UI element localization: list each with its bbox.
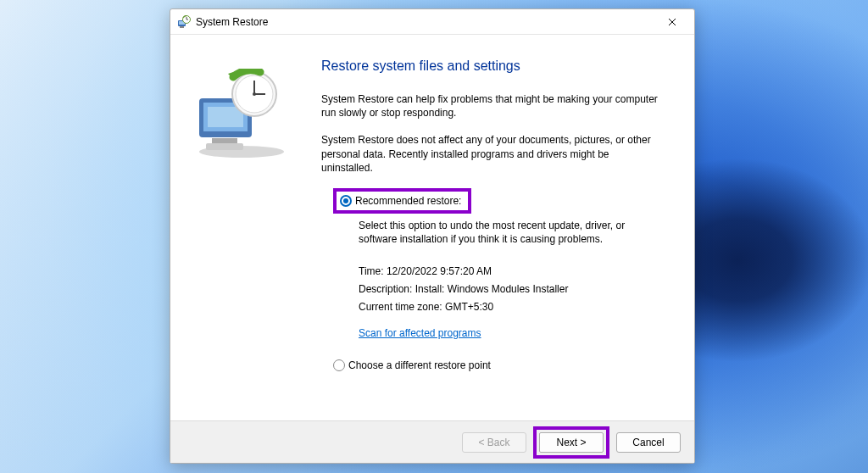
scan-affected-link[interactable]: Scan for affected programs (359, 325, 481, 342)
window-title: System Restore (196, 16, 268, 28)
back-button: < Back (462, 432, 526, 453)
recommended-label[interactable]: Recommended restore: (355, 195, 461, 207)
info-text: System Restore does not affect any of yo… (321, 133, 660, 175)
highlight-recommended: Recommended restore: (333, 188, 471, 214)
highlight-next: Next > (533, 426, 609, 459)
detail-timezone: Current time zone: GMT+5:30 (359, 298, 679, 316)
radio-different[interactable] (333, 359, 345, 371)
restore-illustration (182, 69, 292, 162)
svg-rect-8 (212, 138, 237, 143)
system-restore-dialog: System Restore (170, 8, 695, 464)
radio-recommended[interactable] (340, 195, 352, 207)
dialog-body: Restore system files and settings System… (170, 35, 694, 420)
different-label[interactable]: Choose a different restore point (348, 359, 491, 371)
close-button[interactable] (655, 10, 689, 34)
page-title: Restore system files and settings (321, 58, 679, 74)
sidebar (182, 43, 318, 420)
restore-details: Time: 12/20/2022 9:57:20 AM Description:… (359, 263, 679, 342)
different-option[interactable]: Choose a different restore point (333, 359, 679, 371)
cancel-button[interactable]: Cancel (616, 432, 681, 453)
titlebar: System Restore (170, 9, 694, 35)
close-icon (668, 18, 676, 26)
app-icon (177, 15, 191, 29)
recommended-desc: Select this option to undo the most rece… (359, 219, 647, 246)
intro-text: System Restore can help fix problems tha… (321, 92, 660, 120)
svg-rect-2 (180, 26, 184, 28)
svg-point-14 (253, 92, 256, 96)
svg-rect-9 (206, 143, 243, 150)
content-area: Restore system files and settings System… (318, 43, 679, 420)
detail-description: Description: Install: Windows Modules In… (359, 281, 679, 298)
recommended-option: Recommended restore: Select this option … (333, 188, 679, 342)
next-button[interactable]: Next > (539, 432, 604, 453)
dialog-footer: < Back Next > Cancel (170, 420, 694, 463)
detail-time: Time: 12/20/2022 9:57:20 AM (359, 263, 679, 281)
